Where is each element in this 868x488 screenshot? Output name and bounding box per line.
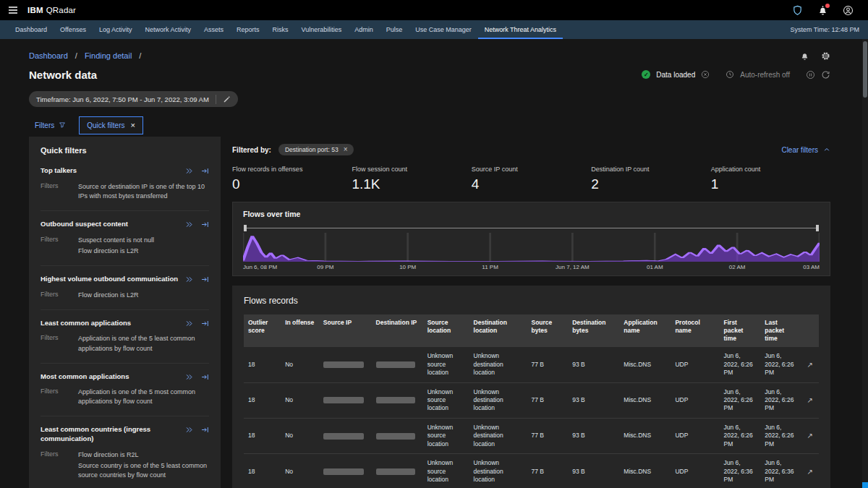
nav-item-dashboard[interactable]: Dashboard [9, 20, 54, 39]
flows-area-chart[interactable] [243, 233, 820, 262]
add-to-filters-icon[interactable] [185, 426, 193, 434]
filter-description: Flow direction is R2L [78, 450, 209, 460]
cell-first-packet-time: Jun 6, 2022, 6:36 PM [720, 454, 761, 488]
stat-label: Destination IP count [591, 166, 710, 173]
tab-quick-filters[interactable]: Quick filters × [79, 116, 143, 134]
cell-source-location: Unknown source location [423, 454, 469, 488]
nav-item-pulse[interactable]: Pulse [380, 20, 409, 39]
timeframe-chip[interactable]: Timeframe: Jun 6, 2022, 7:50 PM - Jun 7,… [29, 91, 238, 107]
flow-record-row[interactable]: 18NoUnknown source locationUnknown desti… [244, 382, 819, 418]
col-header-destination-bytes[interactable]: Destination bytes [568, 314, 619, 347]
open-record-icon[interactable]: ↗ [807, 396, 813, 404]
apply-quick-filter-icon[interactable] [201, 320, 209, 328]
filter-description: Application is one of the 5 most common … [78, 388, 209, 406]
nav-item-risks[interactable]: Risks [265, 20, 294, 39]
open-record-icon[interactable]: ↗ [807, 432, 813, 440]
col-header-outlier-score[interactable]: Outlier score [244, 314, 281, 347]
filter-chips: Destination port: 53× [278, 144, 354, 155]
nav-item-network-threat-analytics[interactable]: Network Threat Analytics [478, 20, 563, 39]
col-header-in-offense[interactable]: In offense [281, 314, 319, 347]
col-header-destination-location[interactable]: Destination location [469, 314, 527, 347]
filters-label: Filters [41, 334, 78, 354]
col-header-protocol-name[interactable]: Protocol name [671, 314, 719, 347]
app-root: IBMQRadar DashboardOffensesLog ActivityN… [0, 0, 868, 488]
remove-filter-icon[interactable]: × [344, 146, 348, 153]
flows-records-table: Outlier scoreIn offenseSource IPDestinat… [244, 314, 819, 488]
apply-quick-filter-icon[interactable] [201, 275, 209, 283]
edit-timeframe-icon[interactable] [223, 95, 231, 103]
filters-label: Filters [41, 388, 78, 408]
flow-record-row[interactable]: 18NoUnknown source locationUnknown desti… [244, 347, 819, 382]
nav-item-reports[interactable]: Reports [230, 20, 266, 39]
col-header-source-bytes[interactable]: Source bytes [527, 314, 568, 347]
stats-row: Flow records in offenses0Flow session co… [232, 166, 830, 192]
nav-item-offenses[interactable]: Offenses [54, 20, 93, 39]
col-header-source-ip[interactable]: Source IP [319, 314, 372, 347]
cell-last-packet-time: Jun 6, 2022, 6:26 PM [760, 418, 802, 453]
bell-icon[interactable] [800, 51, 809, 61]
menu-icon[interactable] [7, 4, 19, 16]
x-tick: 10 PM [399, 264, 416, 270]
stat-label: Application count [711, 166, 830, 173]
tab-filters[interactable]: Filters [29, 116, 72, 134]
close-quick-filters-icon[interactable]: × [130, 121, 135, 129]
flows-records-title: Flows records [244, 296, 819, 306]
apply-quick-filter-icon[interactable] [201, 373, 209, 381]
redacted-ip [323, 433, 364, 440]
system-time: System Time: 12:48 PM [790, 26, 859, 33]
col-header-first-packet-time[interactable]: First packet time [720, 314, 761, 347]
open-record-icon[interactable]: ↗ [807, 468, 813, 476]
col-header-application-name[interactable]: Application name [619, 314, 671, 347]
apply-quick-filter-icon[interactable] [201, 221, 209, 228]
col-header-last-packet-time[interactable]: Last packet time [760, 314, 802, 347]
add-to-filters-icon[interactable] [185, 275, 193, 283]
data-loaded-label: Data loaded [656, 71, 695, 79]
nav-item-assets[interactable]: Assets [197, 20, 230, 39]
clear-filters-button[interactable]: Clear filters [781, 146, 830, 154]
breadcrumb-dashboard[interactable]: Dashboard [29, 51, 68, 60]
nav-item-use-case-manager[interactable]: Use Case Manager [409, 20, 478, 39]
vertical-scrollbar[interactable] [862, 39, 868, 488]
user-avatar-icon[interactable] [843, 5, 854, 16]
scrollbar-thumb[interactable] [863, 41, 867, 98]
flow-record-row[interactable]: 18NoUnknown source locationUnknown desti… [244, 418, 819, 453]
col-header-destination-ip[interactable]: Destination IP [372, 314, 423, 347]
breadcrumb-finding-detail[interactable]: Finding detail [85, 51, 132, 60]
time-range-slider[interactable] [244, 225, 819, 232]
quick-filter-title: Top talkers [41, 166, 185, 176]
shield-status-icon[interactable] [792, 5, 803, 16]
slider-handle-right[interactable] [816, 225, 819, 231]
cell-protocol-name: UDP [671, 454, 719, 488]
refresh-icon[interactable] [821, 70, 830, 80]
add-to-filters-icon[interactable] [185, 373, 193, 381]
slider-handle-left[interactable] [244, 225, 247, 231]
quick-filter-sections: Top talkersFiltersSource or destination … [41, 158, 209, 488]
add-to-filters-icon[interactable] [185, 320, 193, 328]
filter-description: Suspect content is not null [78, 236, 209, 245]
add-to-filters-icon[interactable] [185, 167, 193, 175]
add-to-filters-icon[interactable] [185, 221, 193, 228]
dismiss-status-icon[interactable] [701, 70, 710, 79]
brand-ibm: IBM [27, 6, 43, 14]
quick-filter-title: Highest volume outbound communication [41, 275, 185, 284]
cell-outlier-score: 18 [244, 347, 281, 382]
x-tick: 03 AM [803, 264, 820, 270]
notification-badge [825, 4, 830, 8]
cell-destination-ip [372, 347, 423, 382]
open-record-icon[interactable]: ↗ [807, 361, 813, 369]
apply-quick-filter-icon[interactable] [201, 167, 209, 175]
col-header-source-location[interactable]: Source location [423, 314, 469, 347]
notifications-bell-icon[interactable] [817, 5, 828, 16]
tab-filters-label: Filters [35, 121, 54, 129]
nav-item-admin[interactable]: Admin [348, 20, 380, 39]
flow-record-row[interactable]: 18NoUnknown source locationUnknown desti… [244, 454, 819, 488]
nav-item-vulnerabilities[interactable]: Vulnerabilities [294, 20, 348, 39]
cell-source-location: Unknown source location [423, 418, 469, 453]
nav-item-log-activity[interactable]: Log Activity [93, 20, 139, 39]
title-row: Network data ✓ Data loaded Auto-refresh … [29, 67, 830, 82]
gear-icon[interactable] [821, 51, 830, 61]
quick-filters-title: Quick filters [41, 146, 209, 155]
apply-quick-filter-icon[interactable] [201, 426, 209, 434]
nav-item-network-activity[interactable]: Network Activity [138, 20, 197, 39]
pause-refresh-icon[interactable] [806, 70, 815, 80]
